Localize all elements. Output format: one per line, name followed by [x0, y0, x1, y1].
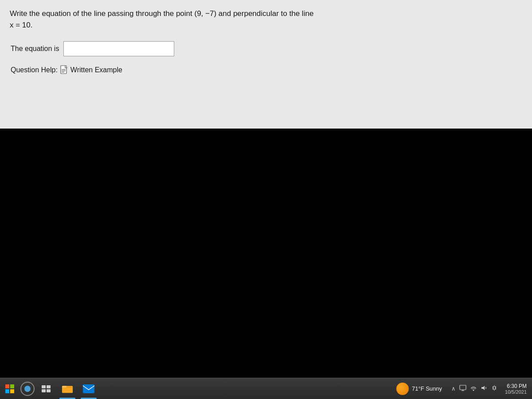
written-example-link[interactable]: Written Example — [60, 65, 122, 75]
document-icon — [60, 65, 68, 75]
taskbar-left — [0, 378, 99, 399]
sound-icon[interactable] — [479, 385, 489, 392]
file-explorer-button[interactable] — [57, 378, 78, 399]
svg-rect-15 — [460, 385, 466, 390]
equation-label: The equation is — [11, 45, 59, 53]
svg-rect-8 — [42, 385, 46, 388]
network-icon[interactable] — [469, 385, 478, 392]
weather-text: 71°F Sunny — [412, 385, 442, 392]
svg-rect-3 — [62, 72, 64, 72]
cortana-button[interactable] — [20, 382, 35, 396]
clock-time: 6:30 PM — [507, 383, 527, 389]
svg-rect-6 — [5, 389, 9, 393]
equation-input[interactable] — [63, 41, 174, 56]
question-text: Write the equation of the line passing t… — [10, 8, 522, 31]
svg-rect-5 — [10, 384, 14, 388]
mail-button[interactable] — [78, 378, 99, 399]
svg-rect-10 — [42, 389, 46, 392]
svg-rect-14 — [83, 384, 94, 393]
weather-widget[interactable]: 71°F Sunny — [392, 383, 446, 395]
taskbar-right: 71°F Sunny ∧ — [392, 378, 532, 399]
question-help-row: Question Help: Written Example — [11, 65, 522, 75]
clock-date: 10/5/2021 — [505, 389, 527, 395]
svg-rect-13 — [62, 386, 66, 387]
content-area: Write the equation of the line passing t… — [0, 0, 532, 129]
cortana-inner — [24, 386, 31, 392]
battery-icon[interactable] — [490, 385, 499, 392]
svg-rect-1 — [62, 69, 66, 70]
dark-background — [0, 129, 532, 378]
system-icons: ∧ — [448, 385, 501, 392]
svg-rect-11 — [47, 389, 51, 392]
question-line2: x = 10. — [10, 21, 33, 29]
svg-marker-19 — [481, 386, 485, 390]
show-hidden-icons-button[interactable]: ∧ — [450, 385, 457, 392]
svg-rect-9 — [47, 385, 51, 388]
written-example-text: Written Example — [70, 66, 122, 74]
svg-rect-7 — [10, 389, 14, 393]
svg-rect-2 — [62, 70, 66, 71]
equation-row: The equation is — [11, 41, 522, 56]
svg-point-18 — [473, 390, 474, 391]
svg-point-20 — [493, 387, 496, 389]
svg-rect-4 — [5, 384, 9, 388]
task-view-button[interactable] — [35, 378, 57, 399]
question-help-label: Question Help: — [11, 66, 58, 74]
weather-icon — [396, 383, 409, 395]
question-line1: Write the equation of the line passing t… — [10, 9, 313, 18]
taskbar-clock[interactable]: 6:30 PM 10/5/2021 — [502, 383, 529, 395]
taskbar: 71°F Sunny ∧ — [0, 378, 532, 399]
start-button[interactable] — [0, 378, 20, 399]
display-icon[interactable] — [458, 385, 468, 392]
